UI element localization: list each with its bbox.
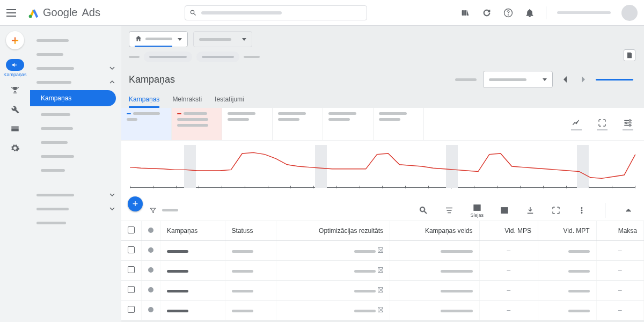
- col-optimization[interactable]: Optimizācijas rezultāts: [276, 221, 390, 241]
- scope-dropdown[interactable]: [193, 31, 252, 47]
- metric-card[interactable]: [121, 108, 172, 140]
- tab-campaigns[interactable]: Kampaņas: [129, 92, 159, 108]
- table-row[interactable]: ––: [121, 281, 644, 301]
- table-row[interactable]: ––: [121, 301, 644, 320]
- columns-button[interactable]: Slejas: [470, 203, 484, 218]
- date-next-button[interactable]: [577, 71, 589, 88]
- metric-cards: [121, 108, 644, 141]
- nav-item[interactable]: [30, 121, 121, 135]
- metric-card[interactable]: [273, 108, 323, 140]
- date-range-dropdown[interactable]: [483, 71, 553, 88]
- row-checkbox[interactable]: [128, 286, 135, 293]
- brand-ads: Ads: [82, 6, 100, 19]
- nav-item[interactable]: [30, 216, 121, 230]
- tab-drafts[interactable]: Melnraksti: [172, 92, 202, 108]
- col-cost[interactable]: Maksa: [596, 221, 643, 241]
- product-logo[interactable]: Google Ads: [28, 6, 100, 19]
- rail-admin[interactable]: [2, 140, 28, 157]
- row-checkbox[interactable]: [128, 246, 135, 253]
- campaign-name-placeholder: [167, 250, 188, 253]
- nav-item[interactable]: [30, 75, 121, 89]
- table-row[interactable]: ––: [121, 241, 644, 261]
- nav-item[interactable]: [30, 47, 121, 61]
- caret-down-icon: [242, 38, 246, 41]
- reports-button[interactable]: [500, 206, 509, 215]
- save-view-button[interactable]: [624, 49, 635, 61]
- segment-button[interactable]: [444, 206, 454, 215]
- brand-google: Google: [43, 6, 78, 19]
- app-header: Google Ads: [0, 0, 644, 26]
- account-dropdown[interactable]: [129, 31, 188, 47]
- add-campaign-button[interactable]: +: [128, 196, 143, 211]
- chart-line-button[interactable]: [571, 117, 582, 131]
- metric-card[interactable]: [374, 108, 424, 140]
- view-link[interactable]: [596, 79, 633, 80]
- nav-item[interactable]: [30, 188, 121, 202]
- library-icon[interactable]: [460, 8, 471, 18]
- divider: [605, 203, 605, 218]
- col-avg-mpt[interactable]: Vid. MPT: [538, 221, 597, 241]
- create-button[interactable]: ＋: [6, 31, 24, 49]
- nav-selected-campaigns[interactable]: Kampaņas: [30, 90, 116, 106]
- collapse-button[interactable]: [624, 206, 633, 215]
- performance-chart[interactable]: [121, 141, 644, 200]
- nav-item[interactable]: [30, 135, 121, 149]
- metric-card[interactable]: [222, 108, 273, 140]
- rail-billing[interactable]: [2, 120, 28, 137]
- nav-item[interactable]: [30, 61, 121, 75]
- campaign-name-placeholder: [167, 310, 188, 312]
- col-avg-mps[interactable]: Vid. MPS: [479, 221, 538, 241]
- filter-chip[interactable]: [144, 52, 192, 62]
- campaign-name-placeholder: [167, 290, 188, 292]
- home-icon: [135, 35, 142, 42]
- refresh-icon[interactable]: [481, 8, 492, 18]
- status-dot-icon: [148, 247, 153, 253]
- table-row[interactable]: ––: [121, 261, 644, 281]
- download-button[interactable]: [525, 206, 535, 215]
- date-prev-button[interactable]: [559, 71, 571, 88]
- rail-goals[interactable]: [2, 82, 28, 99]
- nav-item[interactable]: [30, 33, 121, 47]
- gear-icon: [10, 143, 20, 153]
- rail-tools[interactable]: [2, 101, 28, 118]
- col-status[interactable]: Statuss: [225, 221, 276, 241]
- status-dot-icon: [148, 267, 153, 273]
- status-placeholder: [232, 290, 253, 292]
- avatar[interactable]: [621, 5, 638, 21]
- nav-item[interactable]: [30, 163, 121, 177]
- rail-campaigns[interactable]: Kampaņas: [2, 56, 28, 79]
- adjust-button[interactable]: [623, 117, 633, 131]
- col-campaigns[interactable]: Kampaņas: [160, 221, 225, 241]
- more-button[interactable]: [577, 206, 587, 215]
- row-checkbox[interactable]: [128, 306, 135, 313]
- filter-chip[interactable]: [196, 52, 239, 62]
- type-placeholder: [441, 250, 473, 253]
- trophy-icon: [10, 85, 20, 96]
- row-checkbox[interactable]: [128, 266, 135, 273]
- mpt-placeholder: [568, 250, 590, 253]
- notifications-icon[interactable]: [524, 8, 535, 18]
- optimization-na-icon: [378, 247, 383, 253]
- chevron-down-icon: [109, 65, 115, 71]
- nav-item[interactable]: [30, 107, 121, 121]
- search-table-button[interactable]: [419, 206, 428, 215]
- divider: [546, 6, 546, 19]
- cell-cost: –: [596, 301, 643, 320]
- col-type[interactable]: Kampaņas veids: [390, 221, 479, 241]
- chevron-down-icon: [109, 192, 115, 197]
- select-all-checkbox[interactable]: [128, 226, 135, 233]
- metric-card[interactable]: [323, 108, 374, 140]
- filter-icon[interactable]: [149, 207, 157, 214]
- nav-item[interactable]: [30, 202, 121, 216]
- cell-avg-mps: –: [479, 241, 538, 261]
- nav-item[interactable]: [30, 149, 121, 163]
- help-icon[interactable]: [503, 8, 514, 18]
- tab-settings[interactable]: Iestatījumi: [215, 92, 244, 108]
- fullscreen-button[interactable]: [551, 206, 561, 215]
- cell-avg-mps: –: [479, 261, 538, 281]
- subtitle-placeholder: [455, 78, 477, 81]
- search-input[interactable]: [185, 5, 367, 20]
- menu-button[interactable]: [6, 6, 19, 19]
- metric-card[interactable]: [172, 108, 222, 140]
- expand-button[interactable]: [597, 117, 608, 131]
